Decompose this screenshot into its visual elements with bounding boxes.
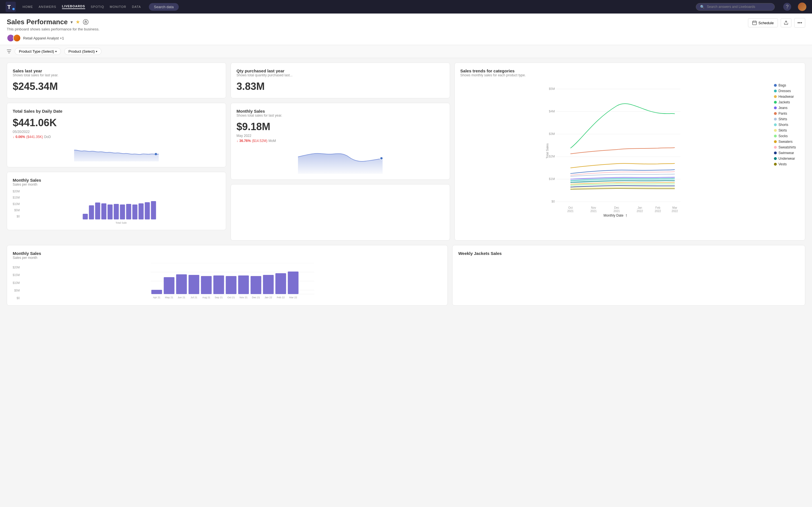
- qty-purchased-value: 3.83M: [237, 80, 444, 93]
- nav-data[interactable]: DATA: [132, 5, 141, 8]
- filter1-arrow: ▾: [55, 50, 57, 53]
- monthly-down-arrow: ↓: [237, 139, 238, 143]
- change-amt: ($441.35K): [26, 135, 43, 139]
- svg-text:$5M: $5M: [549, 87, 555, 91]
- monthly-sales-change: ↓ 36.76% ($14.52M) MoM: [237, 139, 444, 143]
- svg-text:2022: 2022: [637, 210, 643, 213]
- svg-rect-18: [151, 201, 156, 219]
- x-axis-label: Monthly Date: [603, 214, 623, 217]
- more-options-button[interactable]: •••: [794, 18, 805, 27]
- product-type-filter[interactable]: Product Type (Select) ▾: [15, 48, 61, 55]
- nav-answers[interactable]: ANSWERS: [39, 5, 56, 8]
- legend-jeans: Jeans: [774, 106, 799, 110]
- total-sales-daily-change: ↓ 0.06% ($441.35K) DoD: [13, 135, 220, 139]
- svg-rect-16: [139, 203, 144, 219]
- search-bar[interactable]: 🔍 Search answers and Liveboards: [696, 3, 775, 11]
- svg-rect-11: [107, 205, 112, 219]
- share-button[interactable]: [781, 18, 792, 27]
- calendar-icon: [752, 20, 757, 25]
- legend-dresses: Dresses: [774, 89, 799, 93]
- svg-rect-12: [114, 204, 119, 219]
- svg-text:May 21: May 21: [165, 296, 173, 299]
- authors-label: Retail Apparel Analyst +1: [23, 36, 64, 40]
- svg-text:Jun 21: Jun 21: [177, 296, 185, 299]
- monthly-sales-value: $9.18M: [237, 121, 444, 133]
- share-icon: [784, 20, 788, 25]
- qty-purchased-subtitle: Shows total quantity purchased last...: [237, 73, 444, 77]
- legend-pants: Pants: [774, 112, 799, 115]
- legend-jackets: Jackets: [774, 100, 799, 104]
- total-sales-daily-date: 05/20/2022: [13, 130, 220, 134]
- svg-rect-54: [201, 276, 212, 294]
- qty-purchased-card: Qty purchased last year Shows total quan…: [231, 62, 450, 98]
- svg-text:Nov 21: Nov 21: [239, 296, 248, 299]
- svg-text:$4M: $4M: [549, 110, 555, 113]
- svg-text:$1M: $1M: [549, 177, 555, 180]
- svg-rect-59: [263, 275, 274, 294]
- authors-section: Retail Apparel Analyst +1: [7, 34, 100, 42]
- legend-headwear: Headwear: [774, 95, 799, 99]
- svg-rect-9: [95, 203, 100, 219]
- svg-text:Total Sales: Total Sales: [546, 144, 549, 159]
- search-data-button[interactable]: Search data: [149, 3, 179, 11]
- legend-shorts: Shorts: [774, 123, 799, 127]
- svg-text:Jan 22: Jan 22: [264, 296, 272, 299]
- schedule-button[interactable]: Schedule: [748, 18, 778, 27]
- product-filter[interactable]: Product (Select) ▾: [64, 48, 101, 55]
- change-label: DoD: [44, 135, 51, 139]
- favorite-icon[interactable]: ★: [75, 19, 80, 25]
- sales-last-year-value: $245.34M: [13, 80, 220, 93]
- svg-rect-8: [89, 205, 94, 219]
- monthly-sales-date: May 2022: [237, 134, 444, 138]
- filter-icon: [7, 50, 11, 54]
- monthly-sales-title: Monthly Sales: [237, 109, 444, 114]
- search-icon: 🔍: [700, 5, 705, 9]
- svg-text:T: T: [7, 4, 11, 10]
- sort-icon[interactable]: ↑: [625, 213, 627, 218]
- empty-col2: [231, 184, 450, 240]
- svg-text:$0: $0: [552, 200, 555, 203]
- svg-text:Feb 22: Feb 22: [277, 296, 285, 299]
- svg-text:Feb: Feb: [655, 206, 660, 209]
- svg-rect-15: [132, 205, 137, 219]
- down-arrow-icon: ↓: [13, 135, 14, 139]
- svg-text:Dec: Dec: [614, 206, 619, 209]
- filter2-arrow: ▾: [96, 50, 97, 53]
- svg-rect-52: [176, 274, 187, 294]
- nav-home[interactable]: HOME: [22, 5, 33, 8]
- svg-text:Nov: Nov: [591, 206, 596, 209]
- monthly-sales-bar-subtitle: Sales per month: [13, 182, 220, 186]
- svg-point-6: [155, 153, 157, 155]
- page-title: Sales Performance: [7, 18, 68, 26]
- svg-rect-61: [288, 272, 299, 294]
- svg-text:Dec 21: Dec 21: [252, 296, 260, 299]
- lock-icon[interactable]: [83, 19, 89, 25]
- svg-text:Jul 21: Jul 21: [191, 296, 197, 299]
- monthly-sales-card: Monthly Sales Shows total sales for last…: [231, 103, 450, 180]
- nav-liveboards[interactable]: LIVEBOARDS: [62, 4, 85, 9]
- title-dropdown-icon[interactable]: ▾: [70, 19, 73, 25]
- total-sales-daily-title: Total Sales by Daily Date: [13, 109, 220, 114]
- qty-purchased-title: Qty purchased last year: [237, 68, 444, 73]
- monthly-sales-full-bar-card: Monthly Sales Sales per month $20M $15M …: [7, 245, 448, 305]
- legend-swimwear: Swimwear: [774, 151, 799, 155]
- user-avatar[interactable]: [798, 3, 806, 11]
- svg-text:2021: 2021: [567, 210, 574, 213]
- svg-text:Mar: Mar: [672, 206, 677, 209]
- nav-spotiq[interactable]: SPOTIQ: [91, 5, 104, 8]
- svg-rect-56: [226, 276, 237, 294]
- svg-text:$3M: $3M: [549, 132, 555, 135]
- legend-shirts: Shirts: [774, 117, 799, 121]
- svg-text:Sep 21: Sep 21: [214, 296, 223, 299]
- page-subtitle: This pinboard shows sales performance fo…: [7, 27, 100, 31]
- monthly-change-pct: 36.76%: [239, 139, 251, 143]
- help-icon[interactable]: ?: [783, 3, 791, 11]
- nav-monitor[interactable]: MONITOR: [110, 5, 126, 8]
- svg-rect-58: [251, 276, 261, 294]
- page-header: Sales Performance ▾ ★ This pinboard show…: [0, 13, 812, 45]
- monthly-sales-bar-title: Monthly Sales: [13, 178, 220, 182]
- sparkline-monthly: [237, 146, 444, 174]
- svg-text:2021: 2021: [591, 210, 597, 213]
- schedule-label: Schedule: [758, 21, 774, 25]
- author-avatar-2: [13, 34, 21, 42]
